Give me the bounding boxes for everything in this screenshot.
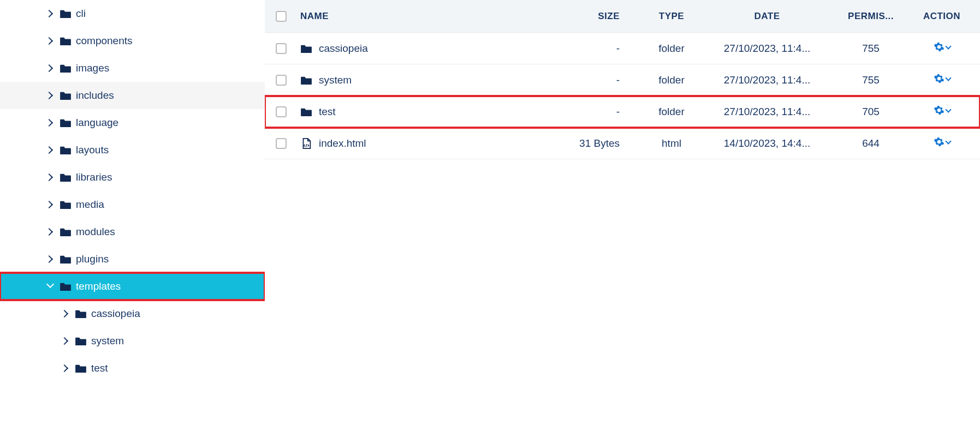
row-type: folder: [636, 74, 707, 86]
chevron-right-icon[interactable]: [46, 173, 54, 181]
header-size[interactable]: SIZE: [554, 11, 636, 22]
row-size: -: [554, 74, 636, 86]
header-name[interactable]: NAME: [298, 11, 554, 22]
row-checkbox[interactable]: [276, 138, 287, 149]
row-checkbox[interactable]: [276, 75, 287, 86]
folder-icon: [75, 336, 87, 346]
tree-item-components[interactable]: components: [0, 27, 265, 55]
tree-item-label: components: [76, 35, 133, 47]
tree-item-media[interactable]: media: [0, 191, 265, 218]
action-menu-button[interactable]: [934, 136, 951, 147]
header-date[interactable]: DATE: [707, 11, 827, 22]
row-name-cell[interactable]: cassiopeia: [298, 43, 554, 55]
gear-icon: [934, 41, 945, 52]
chevron-right-icon[interactable]: [46, 146, 54, 154]
chevron-right-icon[interactable]: [62, 310, 69, 318]
tree-item-test[interactable]: test: [0, 355, 265, 382]
tree-item-label: media: [76, 199, 104, 211]
table-row[interactable]: test-folder27/10/2023, 11:4...705: [265, 96, 980, 128]
action-menu-button[interactable]: [934, 105, 951, 116]
row-name-text: test: [319, 106, 336, 118]
row-date: 27/10/2023, 11:4...: [707, 74, 827, 86]
table-row[interactable]: system-folder27/10/2023, 11:4...755: [265, 64, 980, 96]
row-permissions: 755: [827, 74, 914, 86]
header-permissions[interactable]: PERMIS...: [827, 11, 914, 22]
header-action: ACTION: [914, 11, 980, 22]
tree-item-cassiopeia[interactable]: cassiopeia: [0, 300, 265, 327]
chevron-down-icon: [945, 75, 951, 81]
row-checkbox[interactable]: [276, 106, 287, 117]
chevron-down-icon[interactable]: [46, 283, 54, 290]
table-row[interactable]: cassiopeia-folder27/10/2023, 11:4...755: [265, 33, 980, 64]
table-row[interactable]: index.html31 Byteshtml14/10/2023, 14:4..…: [265, 128, 980, 159]
folder-icon: [60, 63, 72, 73]
gear-icon: [934, 73, 945, 84]
row-name-cell[interactable]: test: [298, 106, 554, 118]
header-type[interactable]: TYPE: [636, 11, 707, 22]
folder-icon: [60, 227, 72, 237]
file-table: NAME SIZE TYPE DATE PERMIS... ACTION cas…: [265, 0, 980, 159]
gear-icon: [934, 136, 945, 147]
chevron-right-icon[interactable]: [46, 37, 54, 45]
chevron-down-icon: [945, 138, 951, 144]
chevron-right-icon[interactable]: [46, 92, 54, 99]
row-size: -: [554, 43, 636, 55]
tree-item-includes[interactable]: includes: [0, 82, 265, 109]
table-header: NAME SIZE TYPE DATE PERMIS... ACTION: [265, 0, 980, 33]
folder-icon: [60, 36, 72, 46]
chevron-right-icon[interactable]: [62, 364, 69, 372]
row-action-cell: [914, 41, 980, 55]
folder-icon: [60, 200, 72, 209]
tree-item-cli[interactable]: cli: [0, 0, 265, 27]
row-name-cell[interactable]: index.html: [298, 137, 554, 149]
row-action-cell: [914, 105, 980, 118]
tree-item-images[interactable]: images: [0, 55, 265, 82]
chevron-right-icon[interactable]: [46, 255, 54, 263]
tree-item-label: layouts: [76, 144, 109, 156]
folder-icon: [75, 363, 87, 373]
tree-item-label: cassiopeia: [91, 308, 140, 320]
row-name-text: index.html: [319, 137, 366, 149]
folder-icon: [60, 254, 72, 264]
tree-item-label: language: [76, 117, 118, 129]
chevron-right-icon[interactable]: [46, 119, 54, 127]
row-name-cell[interactable]: system: [298, 74, 554, 86]
chevron-right-icon[interactable]: [62, 337, 69, 345]
row-type: folder: [636, 43, 707, 55]
row-permissions: 705: [827, 106, 914, 118]
action-menu-button[interactable]: [934, 41, 951, 52]
row-type: folder: [636, 106, 707, 118]
tree-item-modules[interactable]: modules: [0, 218, 265, 246]
row-checkbox-cell: [265, 75, 298, 86]
chevron-right-icon[interactable]: [46, 228, 54, 236]
folder-icon: [300, 44, 312, 53]
tree-item-system[interactable]: system: [0, 327, 265, 355]
tree-item-language[interactable]: language: [0, 109, 265, 136]
folder-icon: [60, 282, 72, 291]
folder-icon: [75, 309, 87, 319]
tree-item-layouts[interactable]: layouts: [0, 136, 265, 164]
row-name-text: cassiopeia: [319, 43, 368, 55]
chevron-right-icon[interactable]: [46, 10, 54, 17]
row-name-text: system: [319, 74, 352, 86]
folder-icon: [60, 172, 72, 182]
chevron-down-icon: [945, 43, 951, 49]
chevron-down-icon: [945, 106, 951, 112]
tree-item-templates[interactable]: templates: [0, 273, 265, 300]
tree-item-label: images: [76, 62, 109, 74]
action-menu-button[interactable]: [934, 73, 951, 84]
folder-icon: [60, 145, 72, 155]
sidebar: clicomponentsimagesincludeslanguagelayou…: [0, 0, 265, 431]
folder-icon: [300, 107, 312, 117]
tree-item-label: cli: [76, 8, 86, 20]
tree-item-label: test: [91, 362, 108, 374]
header-checkbox-cell: [265, 11, 298, 22]
tree-item-libraries[interactable]: libraries: [0, 164, 265, 191]
row-checkbox[interactable]: [276, 43, 287, 54]
tree-item-plugins[interactable]: plugins: [0, 246, 265, 273]
chevron-right-icon[interactable]: [46, 64, 54, 72]
row-checkbox-cell: [265, 106, 298, 117]
select-all-checkbox[interactable]: [276, 11, 287, 22]
main-panel: NAME SIZE TYPE DATE PERMIS... ACTION cas…: [265, 0, 980, 431]
chevron-right-icon[interactable]: [46, 201, 54, 208]
